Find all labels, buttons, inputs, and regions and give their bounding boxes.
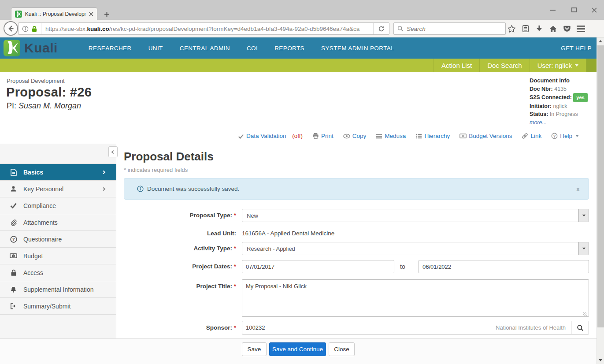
save-and-continue-button[interactable]: Save and Continue xyxy=(269,342,326,356)
proposal-type-label: Proposal Type: * xyxy=(116,212,236,219)
back-button[interactable] xyxy=(4,21,18,36)
link-button[interactable]: Link xyxy=(522,133,541,139)
sidebar-item-compliance[interactable]: Compliance xyxy=(0,197,116,214)
document-header: Proposal Development Proposal: #26 PI: S… xyxy=(0,72,604,128)
scrollbar-thumb[interactable] xyxy=(597,45,604,327)
lead-unit-label: Lead Unit: xyxy=(116,230,236,237)
section-title: Proposal Details xyxy=(124,150,214,163)
medusa-button[interactable]: Medusa xyxy=(376,133,406,139)
pocket-icon[interactable] xyxy=(563,25,571,33)
back-arrow-icon xyxy=(7,25,15,32)
alert-message: Document was successfully saved. xyxy=(147,186,573,192)
user-menu[interactable]: User: nglick xyxy=(530,59,586,72)
portal-bar-end-cap xyxy=(586,59,597,72)
close-form-button[interactable]: Close xyxy=(329,342,355,356)
print-button[interactable]: Print xyxy=(312,133,333,139)
menu-hamburger-icon[interactable] xyxy=(577,25,585,33)
reload-button[interactable] xyxy=(373,23,389,34)
sidebar-item-summary-submit[interactable]: Summary/Submit xyxy=(0,298,116,315)
more-link[interactable]: more... xyxy=(530,119,596,127)
sidebar-item-attachments[interactable]: Attachments xyxy=(0,214,116,231)
url-bar[interactable]: https://siue-sbx.kuali.co/res/kc-pd-krad… xyxy=(18,22,389,35)
sidebar-item-access[interactable]: Access xyxy=(0,264,116,281)
svg-text:?: ? xyxy=(12,237,15,241)
success-alert: Document was successfully saved. x xyxy=(124,178,589,200)
hierarchy-button[interactable]: Hierarchy xyxy=(415,133,450,139)
doc-search-link[interactable]: Doc Search xyxy=(479,59,529,72)
nav-item-unit[interactable]: UNIT xyxy=(148,45,163,52)
chevron-right-icon xyxy=(102,187,105,190)
app-label: Proposal Development xyxy=(7,78,65,84)
sidebar-item-questionnaire[interactable]: ? Questionnaire xyxy=(0,231,116,248)
select-dropdown-button[interactable] xyxy=(578,242,589,255)
sidebar-item-key-personnel[interactable]: Key Personnel xyxy=(0,181,116,197)
search-bar[interactable] xyxy=(393,22,506,35)
browser-tab[interactable]: Kuali :: Proposal Developme xyxy=(11,7,97,20)
scroll-down-button[interactable] xyxy=(597,357,604,364)
budget-versions-button[interactable]: Budget Versions xyxy=(459,133,512,139)
https-lock-icon[interactable] xyxy=(31,26,37,32)
s2s-row: S2S Connected: yes xyxy=(530,93,596,102)
project-end-date-input[interactable] xyxy=(419,260,589,273)
sidebar-item-budget[interactable]: Budget xyxy=(0,248,116,264)
sponsor-input[interactable] xyxy=(242,324,496,331)
paperclip-icon xyxy=(10,219,17,226)
page-scrollbar[interactable] xyxy=(597,37,604,364)
reload-icon xyxy=(378,26,385,32)
resize-grip[interactable] xyxy=(583,312,587,316)
tab-close-icon[interactable] xyxy=(89,12,93,16)
url-text[interactable]: https://siue-sbx.kuali.co/res/kc-pd-krad… xyxy=(41,26,373,32)
check-icon xyxy=(238,133,244,139)
project-dates-label: Project Dates: * xyxy=(116,263,236,270)
data-validation-off-label: (off) xyxy=(292,133,303,139)
sponsor-field-group: National Institutes of Health xyxy=(242,321,589,334)
activity-type-select[interactable]: Research - Applied xyxy=(242,242,589,255)
nav-item-system-admin-portal[interactable]: SYSTEM ADMIN PORTAL xyxy=(321,45,394,52)
project-start-date-input[interactable] xyxy=(242,260,394,273)
search-icon xyxy=(577,324,584,331)
minimize-button[interactable] xyxy=(543,0,563,20)
page-info-icon[interactable] xyxy=(22,26,29,32)
maximize-button[interactable] xyxy=(564,0,584,20)
nav-item-researcher[interactable]: RESEARCHER xyxy=(89,45,132,52)
browser-window: Kuali :: Proposal Developme https://siue… xyxy=(0,0,604,364)
search-icon xyxy=(397,26,404,32)
nav-item-reports[interactable]: REPORTS xyxy=(274,45,304,52)
sidebar: Basics Key Personnel Compliance Attachme… xyxy=(0,144,116,338)
new-tab-button[interactable] xyxy=(100,9,113,19)
home-icon[interactable] xyxy=(549,25,557,33)
portal-bar: Action List Doc Search User: nglick xyxy=(0,59,597,72)
printer-icon xyxy=(312,133,319,139)
help-menu-button[interactable]: ? Help xyxy=(551,133,579,139)
close-button[interactable] xyxy=(584,0,604,20)
get-help-link[interactable]: GET HELP xyxy=(561,45,592,52)
status-row: Status: In Progress xyxy=(530,110,596,119)
chevron-down-icon xyxy=(575,64,578,67)
sidebar-item-supplemental-information[interactable]: Supplemental Information xyxy=(0,281,116,298)
bookmarks-menu-icon[interactable] xyxy=(522,25,530,33)
downloads-icon[interactable] xyxy=(535,25,543,33)
select-dropdown-button[interactable] xyxy=(578,209,589,222)
scroll-up-button[interactable] xyxy=(597,37,604,45)
kuali-logo[interactable] xyxy=(4,40,20,56)
sidebar-item-basics[interactable]: Basics xyxy=(0,164,116,181)
data-validation-button[interactable]: Data Validation (off) xyxy=(238,133,303,139)
svg-text:?: ? xyxy=(553,134,556,138)
sidebar-collapse-button[interactable] xyxy=(108,146,118,157)
main-panel: Proposal Details * indicates required fi… xyxy=(116,144,597,338)
save-button[interactable]: Save xyxy=(242,342,267,356)
alert-close-button[interactable]: x xyxy=(576,185,580,193)
nav-item-central-admin[interactable]: CENTRAL ADMIN xyxy=(180,45,230,52)
kuali-brand[interactable]: Kuali xyxy=(24,41,58,56)
proposal-type-select[interactable]: New xyxy=(242,209,589,222)
search-input[interactable] xyxy=(407,26,502,32)
chevron-down-icon xyxy=(575,135,579,137)
bookmark-star-icon[interactable] xyxy=(508,25,516,33)
sponsor-lookup-button[interactable] xyxy=(571,321,589,334)
list-icon xyxy=(415,133,422,139)
project-title-textarea[interactable]: My Proposal - Niki Glick xyxy=(242,279,589,317)
initiator-row: Initiator: nglick xyxy=(530,102,596,111)
copy-button[interactable]: Copy xyxy=(343,133,367,139)
nav-item-coi[interactable]: COI xyxy=(247,45,258,52)
action-list-link[interactable]: Action List xyxy=(434,59,479,72)
